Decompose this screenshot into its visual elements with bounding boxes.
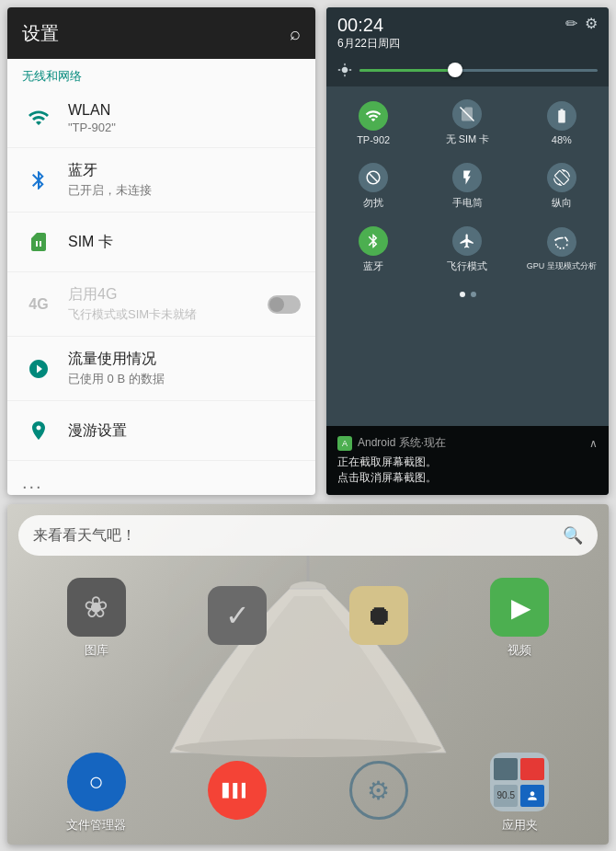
sim-icon [22,225,55,259]
bluetooth-text: 蓝牙 已开启，未连接 [68,161,152,199]
home-panel: 来看看天气吧！ 🔍 图库 视频 文件管理器 [7,504,609,845]
tile-flashlight[interactable]: 手电筒 [420,154,514,217]
bluetooth-subtitle: 已开启，未连接 [68,182,152,199]
tile-battery-icon [547,101,576,131]
app-sound[interactable] [200,761,274,825]
tile-nosim[interactable]: 无 SIM 卡 [420,90,514,154]
sim-text: SIM 卡 [68,233,113,252]
data-usage-text: 流量使用情况 已使用 0 B 的数据 [68,350,165,387]
settings-item-roaming[interactable]: 漫游设置 [7,401,315,461]
brightness-fill [359,69,455,72]
video-icon [490,578,549,637]
settings-item-bluetooth[interactable]: 蓝牙 已开启，未连接 [7,148,315,213]
settings2-icon [349,761,408,820]
4g-title: 启用4G [68,285,197,305]
tile-wifi-icon [359,101,388,131]
widget-label: 应用夹 [502,817,538,834]
roaming-title: 漫游设置 [68,421,127,441]
tile-flashlight-icon [452,163,482,192]
app-settings2[interactable] [342,761,416,825]
tile-gpu-icon [547,227,576,257]
4g-icon: 4G [22,288,55,321]
app-row-1: 图库 视频 [7,578,609,659]
gallery-label: 图库 [85,642,108,659]
tile-bluetooth-icon [359,226,388,256]
4g-subtitle: 飞行模式或SIM卡未就绪 [68,306,197,323]
section-wireless: 无线和网络 [7,59,315,88]
notif-app-name: Android 系统·现在 [358,435,446,451]
music-icon [349,586,408,645]
gallery-icon [67,578,126,637]
brightness-thumb [448,63,462,77]
tile-dnd-icon [359,163,388,192]
app-video[interactable]: 视频 [483,578,556,659]
data-usage-icon [22,352,55,385]
settings-more[interactable]: ... [7,461,315,495]
app-widget[interactable]: 90.5 应用夹 [483,753,556,834]
notif-toast-line2: 点击取消屏幕截图。 [337,470,598,486]
tile-airplane-label: 飞行模式 [447,259,487,273]
video-label: 视频 [508,642,531,659]
notif-toast-line1: 正在截取屏幕截图。 [337,454,598,470]
sim-title: SIM 卡 [68,233,113,252]
app-files[interactable]: 文件管理器 [60,753,133,834]
notif-edit-icon[interactable]: ✏ [565,15,577,32]
tile-flashlight-label: 手电筒 [452,196,483,210]
app-gallery[interactable]: 图库 [60,578,133,659]
tile-nosim-label: 无 SIM 卡 [446,132,490,146]
tile-airplane[interactable]: 飞行模式 [420,217,514,281]
wlan-text: WLAN "TP-902" [68,102,116,134]
home-search-icon[interactable]: 🔍 [563,525,583,546]
tile-gpu-label: GPU 呈现模式分析 [527,260,597,272]
bluetooth-title: 蓝牙 [68,161,152,180]
settings-search-icon[interactable]: ⌕ [290,23,301,44]
notif-toast-header: A Android 系统·现在 ∧ [337,435,598,451]
dot-2 [471,292,476,297]
tile-battery-label: 48% [552,134,572,145]
quick-tiles-grid: TP-902 无 SIM 卡 48% 勿扰 [326,86,609,284]
4g-text: 启用4G 飞行模式或SIM卡未就绪 [68,285,197,323]
tile-nosim-icon [452,99,482,129]
settings-panel: 设置 ⌕ 无线和网络 WLAN "TP-902" 蓝牙 已开启，未连接 [7,7,315,495]
tile-battery[interactable]: 48% [515,90,609,154]
brightness-track[interactable] [359,69,598,72]
tile-wifi[interactable]: TP-902 [326,90,420,154]
brightness-icon [337,63,352,77]
4g-toggle[interactable] [268,295,301,314]
data-usage-subtitle: 已使用 0 B 的数据 [68,371,165,387]
brightness-bar[interactable] [326,55,609,86]
settings-item-data-usage[interactable]: 流量使用情况 已使用 0 B 的数据 [7,337,315,401]
files-label: 文件管理器 [66,817,126,834]
app-music[interactable] [342,586,416,650]
notif-time: 00:24 [337,15,400,36]
settings-header: 设置 ⌕ [7,7,315,59]
home-search-text: 来看看天气吧！ [33,526,136,546]
data-usage-title: 流量使用情况 [68,350,165,369]
settings-item-sim[interactable]: SIM 卡 [7,213,315,272]
tile-dnd[interactable]: 勿扰 [326,154,420,217]
notif-toast[interactable]: A Android 系统·现在 ∧ 正在截取屏幕截图。 点击取消屏幕截图。 [326,426,609,495]
notif-datetime: 00:24 6月22日周四 [337,15,400,52]
notification-panel: 00:24 6月22日周四 ✏ ⚙ TP-902 [326,7,609,495]
wifi-icon [22,101,55,134]
roaming-text: 漫游设置 [68,421,127,441]
tile-rotate[interactable]: 纵向 [515,154,609,217]
notif-date: 6月22日周四 [337,36,400,52]
notif-expand-icon[interactable]: ∧ [589,437,598,450]
sound-icon [208,761,267,820]
roaming-icon [22,414,55,447]
tile-rotate-label: 纵向 [552,196,572,210]
tile-gpu[interactable]: GPU 呈现模式分析 [515,217,609,281]
tile-bluetooth[interactable]: 蓝牙 [326,217,420,281]
app-check[interactable] [200,586,274,650]
settings-item-4g: 4G 启用4G 飞行模式或SIM卡未就绪 [7,272,315,337]
settings-item-wlan[interactable]: WLAN "TP-902" [7,88,315,148]
notif-settings-icon[interactable]: ⚙ [585,15,598,32]
wlan-subtitle: "TP-902" [68,121,116,134]
notif-dots [326,284,609,305]
home-search-bar[interactable]: 来看看天气吧！ 🔍 [18,515,598,556]
settings-title: 设置 [22,21,59,46]
notif-header: 00:24 6月22日周四 ✏ ⚙ [326,7,609,55]
notif-top-icons: ✏ ⚙ [565,15,598,32]
tile-bluetooth-label: 蓝牙 [363,259,383,273]
